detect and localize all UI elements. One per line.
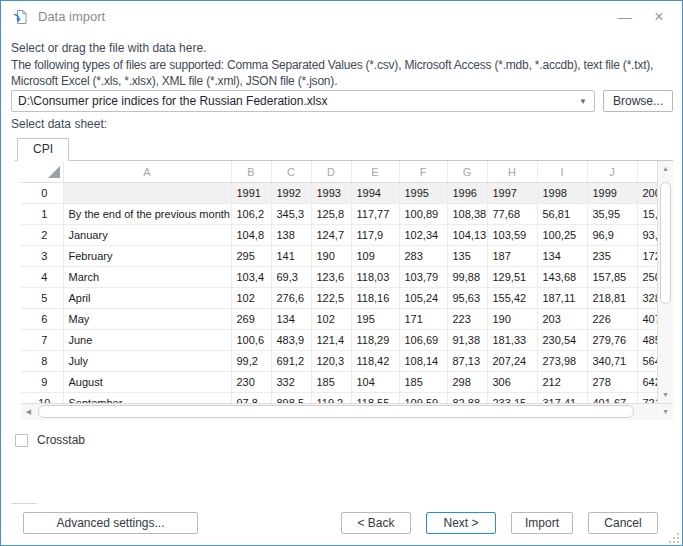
cancel-button[interactable]: Cancel bbox=[588, 512, 658, 534]
cell[interactable]: September bbox=[63, 393, 231, 404]
vertical-scroll-thumb[interactable] bbox=[660, 182, 671, 304]
import-button[interactable]: Import bbox=[511, 512, 573, 534]
cell[interactable]: 109 bbox=[351, 246, 399, 267]
column-header-b[interactable]: B bbox=[231, 161, 271, 183]
cell[interactable]: 129,51 bbox=[487, 267, 537, 288]
row-number[interactable]: 7 bbox=[21, 330, 63, 351]
cell[interactable]: 104,8 bbox=[231, 225, 271, 246]
crosstab-checkbox[interactable] bbox=[15, 434, 28, 447]
cell[interactable]: 106,69 bbox=[399, 330, 447, 351]
cell[interactable]: 99,2 bbox=[231, 351, 271, 372]
scroll-up-icon[interactable]: ▲ bbox=[658, 161, 673, 177]
cell[interactable]: 207,24 bbox=[487, 351, 537, 372]
row-number[interactable]: 0 bbox=[21, 183, 63, 204]
cell[interactable]: 118,29 bbox=[351, 330, 399, 351]
cell[interactable]: 1991 bbox=[231, 183, 271, 204]
cell[interactable]: 134 bbox=[271, 309, 311, 330]
next-button[interactable]: Next > bbox=[426, 512, 496, 534]
cell[interactable]: 295 bbox=[231, 246, 271, 267]
cell[interactable]: 102 bbox=[311, 309, 351, 330]
cell[interactable]: 283 bbox=[399, 246, 447, 267]
cell[interactable]: 118,03 bbox=[351, 267, 399, 288]
cell[interactable]: 141 bbox=[271, 246, 311, 267]
cell[interactable]: 96,9 bbox=[587, 225, 637, 246]
cell[interactable]: 340,71 bbox=[587, 351, 637, 372]
cell[interactable]: 108,38 bbox=[447, 204, 487, 225]
cell[interactable]: 82,88 bbox=[447, 393, 487, 404]
row-number[interactable]: 6 bbox=[21, 309, 63, 330]
scroll-corner-icon[interactable]: ▼ bbox=[658, 404, 673, 420]
cell[interactable]: 122,5 bbox=[311, 288, 351, 309]
cell[interactable]: May bbox=[63, 309, 231, 330]
cell[interactable]: August bbox=[63, 372, 231, 393]
cell[interactable]: 195 bbox=[351, 309, 399, 330]
cell[interactable]: 138 bbox=[271, 225, 311, 246]
cell[interactable]: 721, bbox=[637, 393, 657, 404]
column-header-j[interactable]: J bbox=[587, 161, 637, 183]
cell[interactable]: 187,11 bbox=[537, 288, 587, 309]
cell[interactable]: January bbox=[63, 225, 231, 246]
cell[interactable]: 187 bbox=[487, 246, 537, 267]
cell[interactable]: 143,68 bbox=[537, 267, 587, 288]
cell[interactable]: 250, bbox=[637, 267, 657, 288]
cell[interactable]: 118,42 bbox=[351, 351, 399, 372]
cell[interactable]: By the end of the previous month bbox=[63, 204, 231, 225]
column-header-a[interactable]: A bbox=[63, 161, 231, 183]
column-header-c[interactable]: C bbox=[271, 161, 311, 183]
column-header-d[interactable]: D bbox=[311, 161, 351, 183]
cell[interactable]: 105,24 bbox=[399, 288, 447, 309]
cell[interactable]: 100,6 bbox=[231, 330, 271, 351]
cell[interactable]: 226 bbox=[587, 309, 637, 330]
cell[interactable]: 185 bbox=[399, 372, 447, 393]
cell[interactable]: 1995 bbox=[399, 183, 447, 204]
cell[interactable]: 279,76 bbox=[587, 330, 637, 351]
cell[interactable]: 102 bbox=[231, 288, 271, 309]
horizontal-scrollbar[interactable]: ◀ ▼ bbox=[21, 403, 673, 420]
cell[interactable]: 104,13 bbox=[447, 225, 487, 246]
cell[interactable]: 190 bbox=[311, 246, 351, 267]
cell[interactable]: 100,25 bbox=[537, 225, 587, 246]
cell[interactable]: 485, bbox=[637, 330, 657, 351]
cell[interactable]: 93,5 bbox=[637, 225, 657, 246]
cell[interactable]: 298 bbox=[447, 372, 487, 393]
cell[interactable]: 103,79 bbox=[399, 267, 447, 288]
cell[interactable]: 317,41 bbox=[537, 393, 587, 404]
scroll-down-icon[interactable]: ▼ bbox=[658, 387, 673, 403]
cell[interactable]: 1992 bbox=[271, 183, 311, 204]
cell[interactable]: 172, bbox=[637, 246, 657, 267]
cell[interactable]: 87,13 bbox=[447, 351, 487, 372]
vertical-scrollbar[interactable]: ▲ ▼ bbox=[657, 161, 673, 403]
cell[interactable]: 106,2 bbox=[231, 204, 271, 225]
cell[interactable]: June bbox=[63, 330, 231, 351]
cell[interactable]: 121,4 bbox=[311, 330, 351, 351]
cell[interactable]: 104 bbox=[351, 372, 399, 393]
select-all-corner[interactable] bbox=[21, 161, 63, 183]
cell[interactable]: 235 bbox=[587, 246, 637, 267]
advanced-settings-button[interactable]: Advanced settings... bbox=[23, 512, 198, 534]
cell[interactable]: 155,42 bbox=[487, 288, 537, 309]
cell[interactable]: 1999 bbox=[587, 183, 637, 204]
column-header-f[interactable]: F bbox=[399, 161, 447, 183]
cell[interactable]: 269 bbox=[231, 309, 271, 330]
cell[interactable]: 1994 bbox=[351, 183, 399, 204]
row-number[interactable]: 10 bbox=[21, 393, 63, 404]
cell[interactable]: 407, bbox=[637, 309, 657, 330]
minimize-button[interactable]: — bbox=[610, 5, 640, 29]
cell[interactable]: 212 bbox=[537, 372, 587, 393]
cell[interactable]: 233,15 bbox=[487, 393, 537, 404]
cell[interactable]: 157,85 bbox=[587, 267, 637, 288]
cell[interactable]: 273,98 bbox=[537, 351, 587, 372]
cell[interactable]: 95,63 bbox=[447, 288, 487, 309]
cell[interactable]: 1997 bbox=[487, 183, 537, 204]
cell[interactable]: 345,3 bbox=[271, 204, 311, 225]
cell[interactable]: 120,3 bbox=[311, 351, 351, 372]
cell[interactable]: 278 bbox=[587, 372, 637, 393]
cell[interactable]: 1993 bbox=[311, 183, 351, 204]
back-button[interactable]: < Back bbox=[341, 512, 411, 534]
cell[interactable]: 103,59 bbox=[487, 225, 537, 246]
cell[interactable]: 100,89 bbox=[399, 204, 447, 225]
cell[interactable]: 118,16 bbox=[351, 288, 399, 309]
cell[interactable]: 117,9 bbox=[351, 225, 399, 246]
resize-grip[interactable] bbox=[670, 534, 679, 543]
cell[interactable]: 91,38 bbox=[447, 330, 487, 351]
